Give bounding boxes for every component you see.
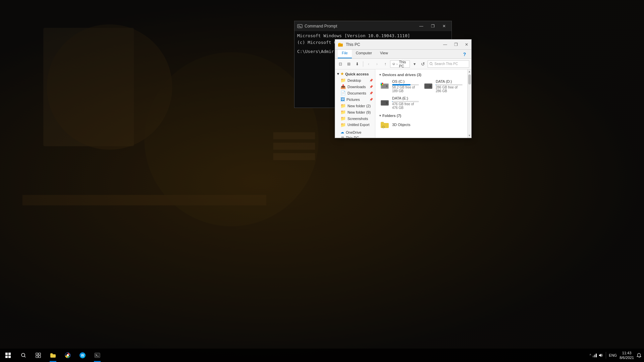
- explorer-titlebar: This PC — ❐ ✕: [335, 40, 471, 50]
- pictures-pin: 📌: [369, 98, 373, 101]
- scrollbar-thumb[interactable]: [468, 74, 471, 84]
- taskbar-clock[interactable]: 11:43 8/6/2021: [620, 351, 634, 360]
- explorer-main: ▾ Devices and drives (3): [375, 69, 467, 138]
- scroll-down-btn[interactable]: ▼: [468, 134, 471, 137]
- sidebar-item-downloads[interactable]: 📥 Downloads 📌: [335, 83, 375, 90]
- tray-arrow[interactable]: ^: [590, 354, 591, 357]
- scrollbar-track: [468, 73, 471, 134]
- address-path[interactable]: › This PC: [390, 60, 410, 68]
- cmd-close-btn[interactable]: ✕: [439, 23, 449, 29]
- drive-c[interactable]: OS (C:) 58.2 GB free of 189 GB: [378, 78, 421, 94]
- sidebar-desktop-label: Desktop: [347, 78, 361, 82]
- drive-d[interactable]: DATA (D:) 286 GB free of 286 GB: [422, 78, 465, 94]
- sidebar-item-documents[interactable]: 📄 Documents 📌: [335, 90, 375, 96]
- refresh-btn[interactable]: ↺: [419, 60, 426, 68]
- drive-c-info: OS (C:) 58.2 GB free of 189 GB: [392, 79, 419, 93]
- nav-up-btn[interactable]: ↑: [382, 60, 389, 68]
- drive-e-name: DATA (E:): [392, 96, 419, 100]
- explorer-sidebar: ▾ ★ Quick access 📁 Desktop 📌 📥 Downloads…: [335, 69, 375, 138]
- svg-rect-43: [593, 356, 594, 357]
- scroll-up-btn[interactable]: ▲: [468, 70, 471, 73]
- explorer-close-btn[interactable]: ✕: [462, 40, 471, 50]
- screenshots-icon: 📁: [340, 116, 346, 121]
- svg-rect-31: [5, 356, 8, 358]
- cmd-minimize-btn[interactable]: —: [417, 23, 426, 29]
- svg-rect-35: [36, 353, 38, 355]
- sidebar-item-pictures[interactable]: 🖼 Pictures 📌: [335, 96, 375, 103]
- explorer-addressbar: ⊡ ⊞ ⬇ ‹ › ↑ › This PC ▾ ↺ Search This PC: [335, 59, 471, 69]
- terminal-icon: [94, 353, 100, 358]
- quick-access-label: Quick access: [345, 72, 369, 76]
- taskbar-chrome-btn[interactable]: [60, 349, 75, 362]
- taskview-icon: [36, 353, 41, 358]
- taskbar-taskview-btn[interactable]: [31, 349, 46, 362]
- sidebar-downloads-label: Downloads: [347, 85, 366, 89]
- drive-e-icon: [380, 98, 389, 108]
- folder-3d-objects[interactable]: ⬡ 3D Objects: [378, 119, 465, 130]
- sidebar-untitled-export-label: Untitled Export: [347, 123, 370, 127]
- nav-forward-btn[interactable]: ›: [373, 60, 380, 68]
- svg-line-15: [432, 65, 433, 65]
- ribbon-help-btn[interactable]: ?: [461, 50, 469, 58]
- sidebar-onedrive-label: OneDrive: [346, 130, 361, 134]
- sidebar-item-onedrive[interactable]: ☁ OneDrive: [335, 129, 375, 135]
- sidebar-pictures-label: Pictures: [346, 98, 360, 102]
- svg-marker-46: [599, 354, 601, 357]
- cmd-restore-btn[interactable]: ❐: [428, 23, 437, 29]
- taskbar-terminal-btn[interactable]: [90, 349, 105, 362]
- address-dropdown-btn[interactable]: ▾: [411, 60, 418, 68]
- cmd-line1: Microsoft Windows [Version 10.0.19043.11…: [297, 33, 449, 39]
- start-icon: [5, 353, 11, 358]
- devices-drives-label: Devices and drives (3): [382, 73, 421, 77]
- nav-toolbar2[interactable]: ⊞: [345, 60, 353, 68]
- search-icon: [429, 62, 433, 66]
- svg-rect-45: [596, 354, 597, 357]
- folders-header[interactable]: ▾ Folders (7): [377, 112, 466, 119]
- ribbon-tab-file[interactable]: File: [338, 50, 352, 58]
- search-box[interactable]: Search This PC: [428, 60, 469, 68]
- devices-drives-header[interactable]: ▾ Devices and drives (3): [377, 71, 466, 78]
- quick-access-star: ★: [340, 72, 344, 76]
- drive-e[interactable]: DATA (E:) 476 GB free of 476 GB: [378, 95, 421, 111]
- drive-c-icon: [380, 81, 389, 91]
- sidebar-item-desktop[interactable]: 📁 Desktop 📌: [335, 77, 375, 83]
- taskbar-app5-btn[interactable]: W: [75, 349, 90, 362]
- ribbon-tab-computer[interactable]: Computer: [352, 50, 376, 58]
- address-this-pc: This PC: [399, 60, 407, 68]
- sidebar-screenshots-label: Screenshots: [347, 117, 368, 121]
- sidebar-item-newfolder2[interactable]: 📁 New folder (2): [335, 103, 375, 109]
- taskbar-start-btn[interactable]: [0, 349, 16, 362]
- untitled-export-icon: 📁: [340, 122, 346, 127]
- svg-rect-30: [8, 353, 11, 355]
- drive-d-name: DATA (D:): [436, 79, 463, 83]
- quick-access-chevron: ▾: [337, 72, 339, 76]
- sidebar-item-untitled-export[interactable]: 📁 Untitled Export: [335, 122, 375, 128]
- taskbar-file-explorer-btn[interactable]: [46, 349, 60, 362]
- explorer-minimize-btn[interactable]: —: [440, 40, 450, 50]
- volume-icon: [598, 353, 603, 358]
- cmd-titlebar: Command Prompt — ❐ ✕: [294, 21, 451, 31]
- hdd-svg-d: [424, 82, 433, 90]
- ribbon-tab-view[interactable]: View: [376, 50, 392, 58]
- quick-access-toolbar[interactable]: ⊡: [337, 60, 344, 68]
- taskbar-search-btn[interactable]: [16, 349, 31, 362]
- sidebar-item-this-pc[interactable]: 🖥 This PC: [335, 135, 375, 138]
- sidebar-newfolder9-label: New folder (9): [347, 110, 371, 114]
- svg-rect-36: [39, 353, 41, 355]
- sidebar-item-newfolder9[interactable]: 📁 New folder (9): [335, 109, 375, 115]
- tray-icons: ^: [590, 353, 603, 358]
- sidebar-item-screenshots[interactable]: 📁 Screenshots: [335, 115, 375, 122]
- ribbon-tabs: File Computer View ?: [335, 50, 471, 58]
- tray-language[interactable]: ENG: [609, 353, 617, 357]
- svg-rect-38: [39, 356, 41, 358]
- taskbar: W ^ ENG: [0, 349, 644, 362]
- desktop-pin: 📌: [369, 79, 373, 82]
- folders-chevron: ▾: [379, 114, 381, 117]
- tray-separator: [606, 352, 606, 359]
- nav-back-btn[interactable]: ‹: [365, 60, 372, 68]
- quick-access-header[interactable]: ▾ ★ Quick access: [335, 71, 375, 77]
- explorer-restore-btn[interactable]: ❐: [451, 40, 461, 50]
- nav-toolbar3[interactable]: ⬇: [354, 60, 361, 68]
- notification-icon[interactable]: [637, 353, 641, 358]
- explorer-scrollbar[interactable]: ▲ ▼: [467, 69, 471, 138]
